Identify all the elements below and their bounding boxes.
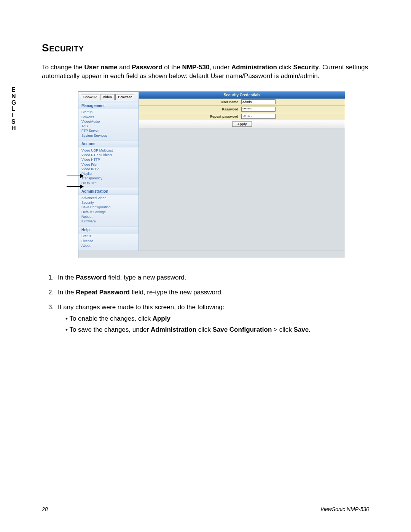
step-text: .	[309, 326, 311, 333]
intro-paragraph: To change the User name and Password of …	[42, 63, 369, 81]
intro-bold: Security	[293, 64, 319, 71]
nav-item-video-audio[interactable]: Video/Audio	[78, 119, 139, 124]
nav-item-reboot[interactable]: Reboot	[78, 214, 139, 219]
arrow-icon	[67, 174, 84, 178]
step-text: To enable the changes, click	[69, 315, 152, 322]
password-label: Password	[139, 107, 241, 111]
step-bold: Password	[76, 274, 106, 281]
nav-item-transparency[interactable]: Transparency	[78, 176, 139, 181]
nav-item-video-file[interactable]: Video File	[78, 162, 139, 167]
intro-bold: User name	[84, 64, 118, 71]
step-1: In the Password field, type a new passwo…	[56, 273, 369, 282]
intro-text: of the	[162, 64, 182, 71]
username-label: User name	[139, 100, 241, 104]
nav-section-management: Management	[78, 102, 139, 109]
intro-bold: Password	[132, 64, 162, 71]
page-number: 28	[42, 506, 48, 512]
password-input[interactable]	[241, 107, 276, 112]
nav-item-status[interactable]: Status	[78, 234, 139, 239]
nav-item-system-services[interactable]: System Services	[78, 133, 139, 138]
nav-item-video-rtp[interactable]: Video RTP Multicast	[78, 153, 139, 158]
step-text: In the	[58, 289, 76, 296]
step-bold: Apply	[153, 315, 170, 322]
intro-text: and	[117, 64, 132, 71]
content-background	[139, 128, 345, 225]
nav-item-browser[interactable]: Browser	[78, 115, 139, 119]
nav-section-help: Help	[78, 226, 139, 233]
step-bold: Repeat Password	[76, 289, 130, 296]
product-name: ViewSonic NMP-530	[320, 506, 369, 512]
nav-item-save-configuration[interactable]: Save Configuration	[78, 205, 139, 210]
step-2: In the Repeat Password field, re-type th…	[56, 288, 369, 297]
nav-section-actions: Actions	[78, 140, 139, 147]
nav-item-advanced-video[interactable]: Advanced Video	[78, 196, 139, 200]
nav-item-ftp-server[interactable]: FTP Server	[78, 129, 139, 133]
step-3-bullet-2: To save the changes, under Administratio…	[65, 326, 369, 334]
step-3: If any changes were made to this screen,…	[56, 303, 369, 335]
nav-item-go-to-url[interactable]: Go to URL	[78, 181, 139, 185]
step-3-bullet-1: To enable the changes, click Apply	[65, 315, 369, 323]
intro-text: , under	[209, 64, 231, 71]
browser-button[interactable]: Browser	[115, 94, 134, 100]
nav-item-security[interactable]: Security	[78, 201, 139, 205]
nav-item-about[interactable]: About	[78, 243, 139, 248]
step-bold: Save	[293, 326, 309, 333]
nav-item-playlist[interactable]: Playlist	[78, 172, 139, 176]
panel-title: Security Credentials	[139, 92, 345, 99]
nav-item-license[interactable]: License	[78, 239, 139, 243]
nav-item-video-http[interactable]: Video HTTP	[78, 158, 139, 162]
intro-bold: NMP-530	[182, 64, 210, 71]
nav-item-video-udp[interactable]: Video UDP Multicast	[78, 148, 139, 153]
page-title: Security	[42, 42, 369, 54]
step-text: > click	[272, 326, 293, 333]
intro-bold: Administration	[231, 64, 277, 71]
step-text: field, re-type the new password.	[130, 289, 223, 296]
sidebar-nav: Show IP Video Browser Management Startup…	[78, 92, 139, 251]
intro-text: click	[277, 64, 293, 71]
step-bold: Save Configuration	[212, 326, 272, 333]
nav-item-default-settings[interactable]: Default Settings	[78, 210, 139, 214]
language-tab: E N G L I S H	[11, 87, 16, 132]
video-button[interactable]: Video	[100, 94, 115, 100]
apply-button[interactable]: Apply	[232, 121, 252, 127]
step-text: field, type a new password.	[107, 274, 186, 281]
step-text: To save the changes, under	[69, 326, 151, 333]
instruction-list: In the Password field, type a new passwo…	[42, 273, 369, 335]
screenshot-footer	[78, 251, 345, 258]
nav-item-tas[interactable]: TAS	[78, 124, 139, 129]
arrow-icon	[67, 184, 84, 189]
nav-section-administration: Administration	[78, 188, 139, 195]
config-screenshot: Show IP Video Browser Management Startup…	[78, 91, 345, 258]
nav-item-firmware[interactable]: Firmware	[78, 219, 139, 224]
step-bold: Administration	[151, 326, 196, 333]
repeat-password-input[interactable]	[241, 114, 276, 119]
step-text: click	[196, 326, 213, 333]
username-input[interactable]	[241, 99, 276, 104]
step-text: If any changes were made to this screen,…	[58, 304, 225, 311]
show-ip-button[interactable]: Show IP	[81, 94, 99, 100]
nav-item-startup[interactable]: Startup	[78, 110, 139, 115]
intro-text: To change the	[42, 64, 84, 71]
step-text: In the	[58, 274, 76, 281]
nav-item-video-iptv[interactable]: Video IPTV	[78, 167, 139, 171]
repeat-password-label: Repeat password	[139, 115, 241, 118]
